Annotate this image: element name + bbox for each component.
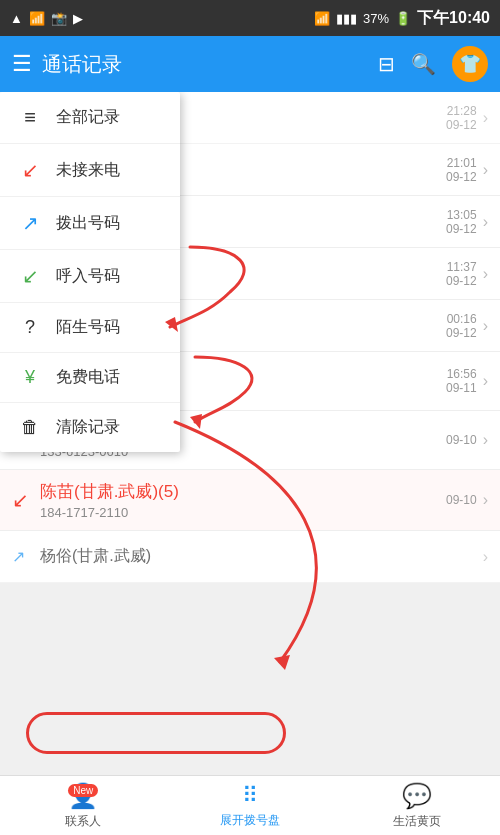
status-icon-2: 📶 [29,11,45,26]
call-date: 09-12 [446,118,477,132]
contacts-label: 联系人 [65,813,101,830]
detail-arrow: › [483,491,488,509]
free-call-icon: ¥ [18,367,42,388]
call-time-block: 21:01 09-12 [446,156,477,184]
dialpad-icon: ⠿ [242,783,259,809]
dropdown-item-label: 拨出号码 [56,213,120,234]
call-date: 09-10 [446,433,477,447]
incoming-call-icon: ↗ [12,547,40,566]
call-item[interactable]: ↗ 杨俗(甘肃.武威) › [0,531,500,583]
status-icon-3: 📸 [51,11,67,26]
page-title: 通话记录 [42,51,368,78]
call-date: 09-12 [446,326,477,340]
call-time-block: 00:16 09-12 [446,312,477,340]
detail-arrow: › [483,372,488,390]
header: ☰ 通话记录 ⊟ 🔍 👕 [0,36,500,92]
detail-arrow: › [483,161,488,179]
detail-arrow: › [483,548,488,566]
call-date: 09-10 [446,493,477,507]
dropdown-item-label: 呼入号码 [56,266,120,287]
call-time: 21:01 [446,156,477,170]
nav-yellowpages[interactable]: 💬 生活黄页 [333,776,500,835]
call-time-block: 09-10 [446,433,477,447]
bookmark-icon[interactable]: ⊟ [378,52,395,76]
detail-arrow: › [483,213,488,231]
contacts-icon-wrapper: 👤 New [68,782,98,810]
status-bar: ▲ 📶 📸 ▶ 📶 ▮▮▮ 37% 🔋 下午10:40 [0,0,500,36]
unknown-number-icon: ? [18,317,42,338]
dropdown-item-label: 陌生号码 [56,317,120,338]
dropdown-item-label: 全部记录 [56,107,120,128]
dropdown-menu: ≡ 全部记录 ↙ 未接来电 ↗ 拨出号码 ↙ 呼入号码 ? 陌生号码 ¥ 免费电… [0,92,180,452]
all-records-icon: ≡ [18,106,42,129]
contacts-badge: New [68,784,98,797]
signal-bars: ▮▮▮ [336,11,357,26]
call-time-block: 16:56 09-11 [446,367,477,395]
dropdown-item-incoming[interactable]: ↙ 呼入号码 [0,250,180,303]
call-date: 09-12 [446,222,477,236]
dropdown-item-outgoing[interactable]: ↗ 拨出号码 [0,197,180,250]
status-time: 下午10:40 [417,8,490,29]
status-right: 📶 ▮▮▮ 37% 🔋 下午10:40 [314,8,490,29]
incoming-call-filter-icon: ↙ [18,264,42,288]
dropdown-item-label: 清除记录 [56,417,120,438]
detail-arrow: › [483,265,488,283]
call-time: 21:28 [446,104,477,118]
search-icon[interactable]: 🔍 [411,52,436,76]
missed-call-filter-icon: ↙ [18,158,42,182]
call-date: 09-12 [446,170,477,184]
call-item-highlighted[interactable]: ↙ 陈苗(甘肃.武威)(5) 184-1717-2110 09-10 › [0,470,500,531]
main-content: ↙ 冉建(甘.武威) 21:28 09-12 › ↙ xxx-0137 21:0… [0,92,500,775]
caller-number: 184-1717-2110 [40,505,446,520]
call-time: 00:16 [446,312,477,326]
yellowpages-icon: 💬 [402,782,432,810]
battery-percent: 37% [363,11,389,26]
call-time-block: 11:37 09-12 [446,260,477,288]
wifi-icon: 📶 [314,11,330,26]
dropdown-item-missed[interactable]: ↙ 未接来电 [0,144,180,197]
outgoing-call-filter-icon: ↗ [18,211,42,235]
dropdown-item-all[interactable]: ≡ 全部记录 [0,92,180,144]
dropdown-item-free[interactable]: ¥ 免费电话 [0,353,180,403]
detail-arrow: › [483,109,488,127]
nav-dialpad[interactable]: ⠿ 展开拨号盘 [167,776,334,835]
missed-call-icon: ↙ [12,488,40,512]
menu-icon[interactable]: ☰ [12,51,32,77]
call-item-info: 陈苗(甘肃.武威)(5) 184-1717-2110 [40,480,446,520]
status-icon-1: ▲ [10,11,23,26]
status-icon-4: ▶ [73,11,83,26]
detail-arrow: › [483,317,488,335]
highlight-circle [26,712,286,754]
nav-contacts[interactable]: 👤 New 联系人 [0,776,167,835]
call-time: 16:56 [446,367,477,381]
call-time-block: 21:28 09-12 [446,104,477,132]
dropdown-item-clear[interactable]: 🗑 清除记录 [0,403,180,452]
detail-arrow: › [483,431,488,449]
status-left-icons: ▲ 📶 📸 ▶ [10,11,83,26]
clear-records-icon: 🗑 [18,417,42,438]
dropdown-item-unknown[interactable]: ? 陌生号码 [0,303,180,353]
dropdown-item-label: 免费电话 [56,367,120,388]
call-time-block: 09-10 [446,493,477,507]
call-date: 09-11 [446,381,477,395]
battery-icon: 🔋 [395,11,411,26]
svg-marker-4 [274,655,290,670]
header-action-icons: ⊟ 🔍 👕 [378,46,488,82]
bottom-nav: 👤 New 联系人 ⠿ 展开拨号盘 💬 生活黄页 [0,775,500,835]
caller-name: 陈苗(甘肃.武威)(5) [40,480,446,503]
caller-name: 杨俗(甘肃.武威) [40,546,477,567]
avatar-icon: 👕 [459,53,481,75]
call-time: 13:05 [446,208,477,222]
call-item-info: 杨俗(甘肃.武威) [40,546,477,567]
call-date: 09-12 [446,274,477,288]
dropdown-item-label: 未接来电 [56,160,120,181]
avatar[interactable]: 👕 [452,46,488,82]
call-time-block: 13:05 09-12 [446,208,477,236]
yellowpages-label: 生活黄页 [393,813,441,830]
dialpad-label: 展开拨号盘 [220,812,280,829]
call-time: 11:37 [446,260,477,274]
